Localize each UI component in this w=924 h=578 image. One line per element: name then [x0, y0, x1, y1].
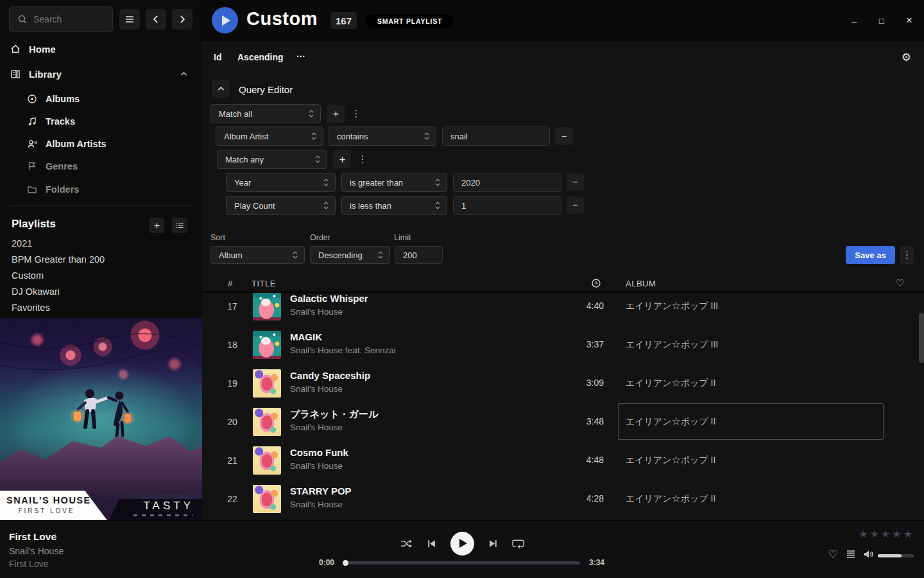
add-rule-button[interactable]: [327, 105, 345, 123]
track-album[interactable]: エイリアン☆ポップ III: [626, 339, 718, 351]
star-icon[interactable]: ★: [870, 529, 881, 539]
rule-group-menu-button[interactable]: ⋮: [351, 105, 361, 123]
chevron-up-icon[interactable]: [180, 70, 188, 78]
add-playlist-button[interactable]: [149, 218, 164, 233]
track-album[interactable]: エイリアン☆ポップ II: [626, 378, 715, 389]
table-row[interactable]: 17 Galactic Whisper Snail's House 4:40 エ…: [202, 293, 924, 326]
duration-clock-icon[interactable]: [591, 278, 601, 288]
track-artist[interactable]: Snail's House: [290, 423, 343, 432]
now-playing-cover-art[interactable]: SNAIL'S HOUSE FIRST LOVE TASTY: [0, 318, 202, 520]
track-title: STARRY POP: [290, 486, 352, 496]
track-album[interactable]: エイリアン☆ポップ III: [626, 301, 718, 312]
limit-input[interactable]: [395, 246, 443, 264]
group-add-rule-button[interactable]: [333, 150, 351, 168]
sidebar-item-album-artists[interactable]: Album Artists: [0, 134, 202, 153]
sort-select[interactable]: Album: [210, 246, 305, 264]
track-album[interactable]: エイリアン☆ポップ II: [626, 416, 715, 428]
track-artist[interactable]: Snail's House: [290, 384, 343, 394]
table-row[interactable]: 21 Cosmo Funk Snail's House 4:48 エイリアン☆ポ…: [202, 441, 924, 480]
next-button[interactable]: [488, 539, 498, 548]
table-row[interactable]: 22 STARRY POP Snail's House 4:28 エイリアン☆ポ…: [202, 480, 924, 518]
column-album[interactable]: ALBUM: [626, 279, 656, 288]
group-rule1-field-select[interactable]: Year: [226, 173, 336, 192]
rule1-value-input[interactable]: [442, 127, 550, 146]
scrollbar-thumb[interactable]: [919, 313, 924, 363]
rule1-operator-select[interactable]: contains: [329, 127, 436, 146]
order-value: Descending: [318, 250, 363, 260]
table-row[interactable]: 19 Candy Spaceship Snail's House 3:09 エイ…: [202, 364, 924, 403]
now-playing-artist[interactable]: Snail's House: [9, 546, 64, 556]
playlist-item[interactable]: DJ Okawari: [12, 286, 191, 301]
sidebar-item-genres[interactable]: Genres: [0, 157, 202, 176]
sidebar-item-albums[interactable]: Albums: [0, 89, 202, 109]
now-playing-title[interactable]: First Love: [9, 531, 56, 543]
group-menu-button[interactable]: ⋮: [357, 150, 368, 168]
group-rule1-operator-select[interactable]: is greater than: [341, 173, 447, 192]
star-icon[interactable]: ★: [903, 529, 914, 539]
play-playlist-button[interactable]: [212, 7, 238, 33]
track-album[interactable]: エイリアン☆ポップ II: [626, 493, 715, 505]
favorite-heart-icon[interactable]: ♡: [896, 277, 905, 289]
queue-button[interactable]: [846, 550, 856, 561]
favorite-button[interactable]: ♡: [828, 548, 838, 561]
group-rule1-remove-button[interactable]: [567, 173, 584, 191]
playlist-item[interactable]: 2021: [12, 238, 191, 252]
group-rule2-remove-button[interactable]: [567, 197, 584, 214]
shuffle-button[interactable]: [400, 539, 413, 548]
repeat-button[interactable]: [512, 539, 524, 548]
track-album[interactable]: エイリアン☆ポップ II: [626, 455, 715, 466]
playlist-item[interactable]: BPM Greater than 200: [12, 254, 191, 268]
track-artist[interactable]: Snail's House: [290, 307, 343, 317]
table-row[interactable]: 18 MAGIK Snail's House feat. Sennzai 3:3…: [202, 326, 924, 364]
track-artist[interactable]: Snail's House: [290, 461, 343, 471]
track-artist[interactable]: Snail's House feat. Sennzai: [290, 346, 396, 355]
minimize-button[interactable]: –: [847, 13, 861, 28]
seek-bar[interactable]: [344, 561, 580, 565]
forward-button[interactable]: [172, 9, 193, 30]
previous-button[interactable]: [427, 539, 436, 548]
group-rule1-value-input[interactable]: [453, 173, 561, 192]
menu-button[interactable]: [119, 9, 140, 30]
volume-mute-button[interactable]: [863, 550, 875, 561]
group-combinator-select[interactable]: Match any: [217, 150, 327, 169]
sidebar-item-tracks[interactable]: Tracks: [0, 112, 202, 131]
save-as-button[interactable]: Save as: [846, 246, 895, 264]
group-rule2-value-input[interactable]: [453, 196, 561, 215]
query-editor-collapse-button[interactable]: [212, 80, 230, 98]
more-options-button[interactable]: ⋯: [296, 51, 305, 61]
close-button[interactable]: ×: [902, 13, 916, 28]
playlist-list-button[interactable]: [172, 218, 187, 233]
rule1-remove-button[interactable]: [555, 127, 573, 145]
order-select[interactable]: Descending: [310, 246, 390, 264]
sort-direction-button[interactable]: Ascending: [237, 52, 284, 62]
playlist-item[interactable]: Favorites: [12, 302, 191, 317]
star-icon[interactable]: ★: [881, 529, 892, 539]
track-artist[interactable]: Snail's House: [290, 500, 343, 509]
seek-handle[interactable]: [343, 560, 348, 566]
back-button[interactable]: [146, 9, 166, 30]
playlist-item[interactable]: Custom: [12, 270, 191, 285]
sidebar-item-home[interactable]: Home: [0, 39, 202, 58]
rating-stars[interactable]: ★★★★★: [859, 528, 914, 540]
column-title[interactable]: TITLE: [252, 279, 276, 288]
column-index[interactable]: #: [228, 279, 233, 288]
star-icon[interactable]: ★: [892, 529, 903, 539]
group-rule2-operator-select[interactable]: is less than: [341, 196, 447, 215]
sort-field-button[interactable]: Id: [214, 52, 221, 62]
star-icon[interactable]: ★: [859, 529, 869, 539]
now-playing-album[interactable]: First Love: [9, 559, 48, 569]
gear-icon[interactable]: ⚙: [902, 51, 911, 64]
search-input[interactable]: [33, 14, 105, 24]
now-playing-menu-button[interactable]: ⋮: [51, 532, 60, 541]
group-rule2-field-select[interactable]: Play Count: [226, 196, 336, 215]
table-row[interactable]: 20 プラネット・ガール Snail's House 3:48 エイリアン☆ポッ…: [202, 403, 924, 441]
play-pause-button[interactable]: [450, 532, 474, 556]
root-combinator-select[interactable]: Match all: [210, 104, 321, 123]
sidebar-item-library[interactable]: Library: [0, 64, 202, 83]
save-menu-button[interactable]: ⋮: [900, 246, 914, 264]
rule1-field-select[interactable]: Album Artist: [216, 127, 323, 146]
sidebar-item-folders[interactable]: Folders: [0, 180, 202, 199]
search-box[interactable]: [9, 6, 113, 32]
maximize-button[interactable]: □: [875, 13, 889, 28]
volume-slider[interactable]: [878, 554, 914, 557]
